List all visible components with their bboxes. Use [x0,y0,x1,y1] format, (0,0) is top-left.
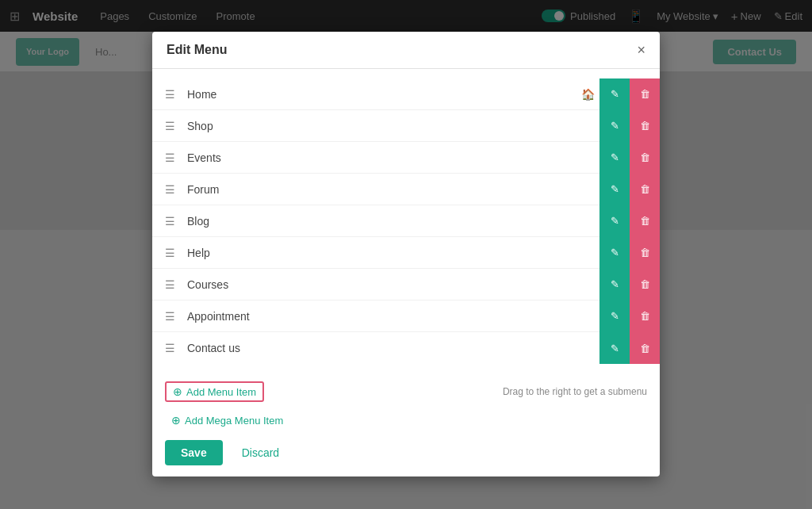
add-mega-menu-label: Add Mega Menu Item [185,415,283,427]
drag-handle-icon[interactable]: ☰ [152,120,187,132]
add-mega-menu-item-button[interactable]: ⊕ Add Mega Menu Item [165,411,647,429]
menu-items-list: ☰ Home 🏠 ✎ 🗑 ☰ Shop ✎ 🗑 ☰ Events ✎ 🗑 [152,69,660,373]
modal-footer-actions: ⊕ Add Menu Item Drag to the right to get… [152,373,660,410]
menu-item-label: Courses [187,278,576,291]
modal-header: Edit Menu × [152,32,660,69]
menu-item-row: ☰ Events ✎ 🗑 [152,142,660,174]
menu-item-label: Shop [187,120,576,132]
delete-item-button[interactable]: 🗑 [630,78,660,110]
delete-item-button[interactable]: 🗑 [630,142,660,174]
drag-handle-icon[interactable]: ☰ [152,151,187,164]
menu-item-row: ☰ Courses ✎ 🗑 [152,269,660,300]
edit-item-button[interactable]: ✎ [599,174,630,205]
drag-handle-icon[interactable]: ☰ [152,342,187,354]
modal-overlay: Edit Menu × ☰ Home 🏠 ✎ 🗑 ☰ Shop ✎ 🗑 [0,0,812,509]
edit-item-button[interactable]: ✎ [599,110,630,142]
edit-item-button[interactable]: ✎ [599,332,630,364]
modal-actions-row: Save Discard [152,435,660,476]
drag-hint-text: Drag to the right to get a submenu [503,386,647,397]
add-menu-item-button[interactable]: ⊕ Add Menu Item [165,381,264,402]
menu-item-label: Home [187,88,576,101]
drag-handle-icon[interactable]: ☰ [152,215,187,228]
edit-item-button[interactable]: ✎ [599,300,630,332]
edit-item-button[interactable]: ✎ [599,237,630,269]
edit-item-button[interactable]: ✎ [599,142,630,174]
delete-item-button[interactable]: 🗑 [630,269,660,300]
menu-item-label: Contact us [187,342,576,354]
menu-item-row: ☰ Help ✎ 🗑 [152,237,660,269]
menu-item-row: ☰ Contact us ✎ 🗑 [152,332,660,364]
add-menu-item-label: Add Menu Item [186,386,256,398]
discard-button[interactable]: Discard [232,440,289,465]
plus-circle-icon: ⊕ [173,385,182,398]
drag-handle-icon[interactable]: ☰ [152,310,187,323]
edit-item-button[interactable]: ✎ [599,269,630,300]
edit-menu-modal: Edit Menu × ☰ Home 🏠 ✎ 🗑 ☰ Shop ✎ 🗑 [152,32,660,476]
menu-item-row: ☰ Forum ✎ 🗑 [152,174,660,205]
add-mega-menu-row: ⊕ Add Mega Menu Item [152,410,660,435]
edit-item-button[interactable]: ✎ [599,78,630,110]
drag-handle-icon[interactable]: ☰ [152,278,187,291]
delete-item-button[interactable]: 🗑 [630,110,660,142]
delete-item-button[interactable]: 🗑 [630,174,660,205]
menu-item-label: Appointment [187,310,576,323]
delete-item-button[interactable]: 🗑 [630,332,660,364]
menu-item-label: Forum [187,183,576,196]
modal-title: Edit Menu [167,43,227,57]
menu-item-row: ☰ Home 🏠 ✎ 🗑 [152,78,660,110]
drag-handle-icon[interactable]: ☰ [152,183,187,196]
menu-item-row: ☰ Appointment ✎ 🗑 [152,300,660,332]
delete-item-button[interactable]: 🗑 [630,205,660,237]
delete-item-button[interactable]: 🗑 [630,237,660,269]
home-icon: 🏠 [576,88,599,101]
save-button[interactable]: Save [165,440,223,465]
edit-item-button[interactable]: ✎ [599,205,630,237]
menu-item-label: Blog [187,215,576,228]
menu-item-row: ☰ Blog ✎ 🗑 [152,205,660,237]
menu-item-label: Events [187,151,576,164]
menu-item-label: Help [187,247,576,259]
delete-item-button[interactable]: 🗑 [630,300,660,332]
drag-handle-icon[interactable]: ☰ [152,88,187,101]
drag-handle-icon[interactable]: ☰ [152,247,187,259]
plus-circle-icon: ⊕ [171,414,181,427]
menu-item-row: ☰ Shop ✎ 🗑 [152,110,660,142]
close-button[interactable]: × [637,43,645,57]
